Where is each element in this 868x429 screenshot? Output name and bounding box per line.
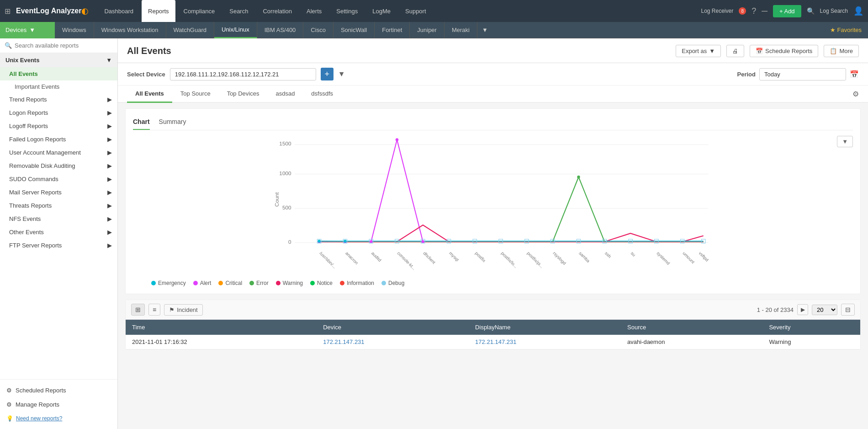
cell-device[interactable]: 172.21.147.231 bbox=[317, 335, 469, 349]
sidebar-item-important-events[interactable]: Important Events bbox=[0, 80, 117, 93]
sidebar-item-logon-reports[interactable]: Logon Reports ▶ bbox=[0, 106, 117, 119]
svg-text:rsyslogd: rsyslogd bbox=[552, 251, 567, 266]
table-header-row: Time Device DisplayName Source Severity bbox=[126, 320, 860, 335]
legend-critical: Critical bbox=[218, 280, 242, 286]
logon-reports-label: Logon Reports bbox=[9, 109, 48, 116]
incident-button[interactable]: ⚑ Incident bbox=[164, 304, 203, 316]
sidebar-item-other-events[interactable]: Other Events ▶ bbox=[0, 225, 117, 239]
sidebar-item-sudo-commands[interactable]: SUDO Commands ▶ bbox=[0, 172, 117, 186]
svg-text:vsftpd: vsftpd bbox=[698, 251, 710, 263]
notification-badge[interactable]: 8 bbox=[739, 7, 746, 15]
tab-all-events[interactable]: All Events bbox=[127, 86, 172, 103]
sidebar-item-mail-server[interactable]: Mail Server Reports ▶ bbox=[0, 186, 117, 199]
sidebar-item-ftp-server[interactable]: FTP Server Reports ▶ bbox=[0, 239, 117, 252]
next-page-button[interactable]: ▶ bbox=[797, 304, 808, 315]
sidebar-item-all-events[interactable]: All Events bbox=[0, 67, 117, 80]
chart-type-dropdown[interactable]: ▼ bbox=[837, 136, 853, 147]
device-tab-meraki[interactable]: Meraki bbox=[445, 22, 477, 38]
nav-logme[interactable]: LogMe bbox=[366, 0, 397, 22]
schedule-label: Schedule Reports bbox=[765, 48, 812, 54]
user-icon[interactable]: 👤 bbox=[853, 6, 863, 16]
log-search-button[interactable]: Log Search bbox=[820, 8, 848, 14]
unix-events-section[interactable]: Unix Events ▼ bbox=[0, 53, 117, 67]
tab-settings-icon[interactable]: ⚙ bbox=[852, 90, 859, 98]
nav-search[interactable]: Search bbox=[223, 0, 254, 22]
nav-settings[interactable]: Settings bbox=[330, 0, 364, 22]
minimize-icon[interactable]: ─ bbox=[762, 6, 767, 16]
sidebar-search-input[interactable] bbox=[15, 42, 113, 49]
sidebar-item-user-account[interactable]: User Account Management ▶ bbox=[0, 146, 117, 159]
device-input[interactable] bbox=[170, 68, 316, 80]
nav-alerts[interactable]: Alerts bbox=[300, 0, 328, 22]
tab-top-devices[interactable]: Top Devices bbox=[219, 86, 268, 103]
svg-text:0: 0 bbox=[288, 239, 291, 245]
period-input[interactable] bbox=[759, 68, 846, 80]
device-tab-windows-workstation[interactable]: Windows Workstation bbox=[94, 22, 166, 38]
app-name: EventLog Analyzer bbox=[16, 7, 81, 15]
device-tab-cisco[interactable]: Cisco bbox=[303, 22, 333, 38]
summary-tab[interactable]: Summary bbox=[159, 116, 186, 130]
debug-label: Debug bbox=[388, 280, 404, 286]
device-tab-ibm[interactable]: IBM AS/400 bbox=[257, 22, 304, 38]
svg-point-29 bbox=[422, 240, 424, 243]
print-icon: 🖨 bbox=[732, 48, 738, 54]
list-view-button[interactable]: ≡ bbox=[148, 304, 160, 316]
cell-displayname[interactable]: 172.21.147.231 bbox=[469, 335, 621, 349]
sidebar-item-nfs-events[interactable]: NFS Events ▶ bbox=[0, 212, 117, 225]
chart-view-tabs: Chart Summary bbox=[133, 116, 853, 130]
logo-arc: ◐ bbox=[81, 6, 89, 16]
column-config-button[interactable]: ⊟ bbox=[841, 304, 855, 316]
chevron-right-icon: ▶ bbox=[107, 96, 112, 103]
chart-container: ▼ 1500 1000 500 0 Count /usr/sbin/... bbox=[133, 136, 853, 286]
device-tab-unix-linux[interactable]: Unix/Linux bbox=[214, 22, 257, 38]
sidebar-item-threats[interactable]: Threats Reports ▶ bbox=[0, 199, 117, 212]
main-layout: 🔍 Unix Events ▼ All Events Important Eve… bbox=[0, 38, 868, 429]
device-tab-juniper[interactable]: Juniper bbox=[410, 22, 445, 38]
schedule-reports-button[interactable]: 📅 Schedule Reports bbox=[750, 45, 818, 57]
search-icon[interactable]: 🔍 bbox=[807, 7, 815, 15]
sidebar-item-removable-disk[interactable]: Removable Disk Auditing ▶ bbox=[0, 159, 117, 172]
calendar-button[interactable]: 📅 bbox=[850, 70, 859, 79]
sidebar-item-logoff-reports[interactable]: Logoff Reports ▶ bbox=[0, 119, 117, 133]
devices-button[interactable]: Devices ▼ bbox=[0, 22, 55, 38]
failed-logon-label: Failed Logon Reports bbox=[9, 136, 66, 143]
sidebar-item-trend-reports[interactable]: Trend Reports ▶ bbox=[0, 93, 117, 106]
tab-top-source[interactable]: Top Source bbox=[172, 86, 219, 103]
device-add-button[interactable]: + bbox=[321, 68, 333, 80]
grid-view-button[interactable]: ⊞ bbox=[131, 304, 145, 316]
device-tab-watchguard[interactable]: WatchGuard bbox=[166, 22, 215, 38]
add-button[interactable]: + Add bbox=[773, 5, 801, 17]
need-reports-label[interactable]: Need new reports? bbox=[16, 415, 62, 422]
device-tab-windows[interactable]: Windows bbox=[55, 22, 94, 38]
device-bar: Devices ▼ Windows Windows Workstation Wa… bbox=[0, 22, 868, 38]
print-button[interactable]: 🖨 bbox=[726, 45, 744, 57]
nav-dashboard[interactable]: Dashboard bbox=[98, 0, 140, 22]
sidebar-item-failed-logon[interactable]: Failed Logon Reports ▶ bbox=[0, 133, 117, 146]
device-tab-sonicwall[interactable]: SonicWall bbox=[333, 22, 375, 38]
favorites-button[interactable]: ★ Favorites bbox=[824, 27, 868, 33]
tab-asdsad[interactable]: asdsad bbox=[267, 86, 303, 103]
scheduled-reports-link[interactable]: ⚙ Scheduled Reports bbox=[0, 383, 117, 397]
manage-reports-link[interactable]: ⚙ Manage Reports bbox=[0, 397, 117, 412]
tab-dsfssdfs[interactable]: dsfssdfs bbox=[303, 86, 341, 103]
nav-support[interactable]: Support bbox=[399, 0, 433, 22]
filter-icon-button[interactable]: ▼ bbox=[338, 70, 345, 78]
device-tab-list: Windows Windows Workstation WatchGuard U… bbox=[55, 22, 824, 38]
nav-correlation[interactable]: Correlation bbox=[256, 0, 298, 22]
nav-reports[interactable]: Reports bbox=[142, 0, 175, 22]
chevron-right-icon: ▶ bbox=[107, 136, 112, 143]
per-page-select[interactable]: 20 50 100 bbox=[812, 305, 837, 315]
svg-point-27 bbox=[370, 240, 372, 243]
export-button[interactable]: Export as ▼ bbox=[676, 45, 721, 57]
svg-text:ssh: ssh bbox=[604, 251, 612, 259]
cell-severity: Warning bbox=[762, 335, 860, 349]
user-account-label: User Account Management bbox=[9, 149, 81, 156]
grid-icon[interactable]: ⊞ bbox=[5, 7, 11, 16]
device-tab-fortinet[interactable]: Fortinet bbox=[375, 22, 410, 38]
help-icon[interactable]: ? bbox=[752, 6, 756, 16]
nav-compliance[interactable]: Compliance bbox=[177, 0, 222, 22]
chart-tab[interactable]: Chart bbox=[133, 116, 150, 130]
more-button[interactable]: 📋 More bbox=[824, 45, 859, 57]
device-tab-more-icon[interactable]: ▼ bbox=[477, 27, 492, 33]
alert-label: Alert bbox=[200, 280, 212, 286]
